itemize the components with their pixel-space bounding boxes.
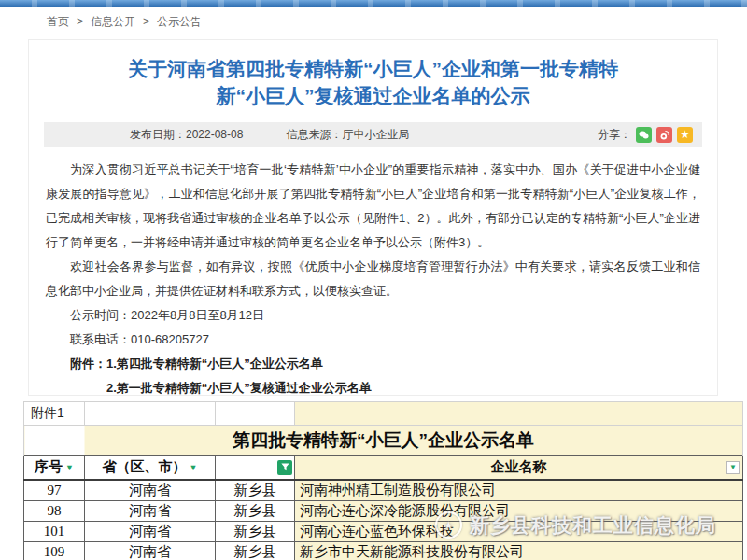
cell-county: 新乡县: [216, 541, 295, 560]
table-header-row: 序号▼ 省（区、市）▼ 企业名称▼: [24, 456, 743, 480]
column-header-province: 省（区、市）▼: [85, 456, 216, 480]
cell-seq: 109: [24, 541, 85, 560]
paragraph-1: 为深入贯彻习近平总书记关于“培育一批‘专精特新’中小企业”的重要指示精神，落实中…: [46, 158, 700, 255]
article-meta-bar: 发布日期：2022-08-08 信息来源：厅中小企业局 分享： ★: [44, 122, 702, 147]
filter-dropdown-icon[interactable]: ▼: [726, 461, 740, 474]
attachment1-table: 附件1 第四批专精特新“小巨人”企业公示名单 序号▼ 省（区、市）▼ 企业名称▼…: [23, 401, 743, 560]
cell-company: 河南神州精工制造股份有限公司: [295, 480, 743, 501]
filter-dropdown-icon[interactable]: ▼: [190, 463, 198, 472]
column-header-county: [216, 456, 295, 480]
breadcrumb-separator: >: [143, 15, 149, 28]
cell-county: 新乡县: [216, 500, 295, 521]
filter-dropdown-icon[interactable]: ▼: [65, 463, 74, 472]
page-title-line1: 关于河南省第四批专精特新“小巨人”企业和第一批专精特: [29, 55, 717, 82]
cell-province: 河南省: [85, 480, 216, 501]
table-row: 109 河南省 新乡县 新乡市中天新能源科技股份有限公司: [24, 541, 743, 560]
attachment-tag-row: 附件1: [24, 402, 743, 426]
breadcrumb: 首页>信息公开>公示公告: [43, 14, 205, 30]
table-title: 第四批专精特新“小巨人”企业公示名单: [24, 426, 743, 456]
cell-county: 新乡县: [216, 480, 295, 501]
top-blue-banner-strip: [0, 0, 747, 7]
breadcrumb-info-disclosure[interactable]: 信息公开: [91, 15, 135, 28]
page-title-line2: 新“小巨人”复核通过企业名单的公示: [29, 82, 717, 109]
breadcrumb-announcements[interactable]: 公示公告: [157, 15, 202, 28]
cell-company: 新乡市中天新能源科技股份有限公司: [295, 541, 743, 560]
weibo-icon[interactable]: [656, 127, 672, 143]
attachment-spreadsheet: 附件1 第四批专精特新“小巨人”企业公示名单 序号▼ 省（区、市）▼ 企业名称▼…: [23, 401, 743, 560]
article-container: 关于河南省第四批专精特新“小巨人”企业和第一批专精特 新“小巨人”复核通过企业名…: [28, 39, 718, 396]
column-header-seq: 序号▼: [24, 456, 85, 480]
attachment-item-2: 2.第一批专精特新“小巨人”复核通过企业公示名单: [106, 376, 700, 400]
active-filter-icon[interactable]: [277, 460, 292, 475]
share-label: 分享：: [598, 127, 631, 143]
contact-phone-line: 联系电话：010-68205727: [46, 328, 700, 352]
table-row: 97 河南省 新乡县 河南神州精工制造股份有限公司: [24, 480, 743, 501]
cell-company: 河南心连心蓝色环保科技: [295, 521, 743, 541]
table-row: 101 河南省 新乡县 河南心连心蓝色环保科技: [24, 521, 743, 541]
breadcrumb-separator: >: [77, 15, 83, 28]
cell-province: 河南省: [85, 521, 216, 541]
table-row: 98 河南省 新乡县 河南心连心深冷能源股份有限公司: [24, 500, 743, 521]
cell-province: 河南省: [85, 541, 216, 560]
cell-seq: 98: [24, 500, 85, 521]
publicity-period-line: 公示时间：2022年8月8日至8月12日: [46, 303, 700, 328]
attachment-tag-cell: 附件1: [24, 402, 85, 426]
attachments-label: 附件：: [70, 357, 106, 371]
column-header-company: 企业名称▼: [295, 456, 743, 480]
attachment-item-1: 1.第四批专精特新“小巨人”企业公示名单: [106, 357, 323, 371]
wechat-icon[interactable]: [636, 127, 652, 143]
info-source: 信息来源：厅中小企业局: [286, 127, 409, 143]
publish-date: 发布日期：2022-08-08: [130, 127, 243, 143]
paragraph-2: 欢迎社会各界参与监督，如有异议，按照《优质中小企业梯度培育管理暂行办法》中有关要…: [46, 255, 700, 303]
breadcrumb-home[interactable]: 首页: [47, 15, 69, 28]
share-bar: 分享： ★: [598, 127, 693, 143]
cell-seq: 97: [24, 480, 85, 501]
table-title-row: 第四批专精特新“小巨人”企业公示名单: [24, 426, 743, 456]
cell-seq: 101: [24, 521, 85, 541]
cell-province: 河南省: [85, 500, 216, 521]
cell-county: 新乡县: [216, 521, 295, 541]
attachments-line-1: 附件：1.第四批专精特新“小巨人”企业公示名单: [46, 352, 700, 376]
page-title: 关于河南省第四批专精特新“小巨人”企业和第一批专精特 新“小巨人”复核通过企业名…: [29, 55, 717, 109]
star-icon[interactable]: ★: [677, 127, 693, 143]
cell-company: 河南心连心深冷能源股份有限公司: [295, 500, 743, 521]
